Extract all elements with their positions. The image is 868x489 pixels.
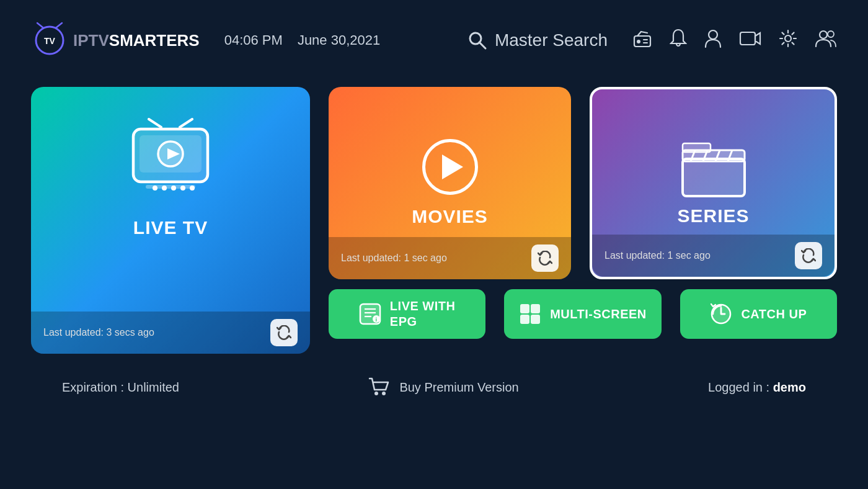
multi-screen-label: MULTI-SCREEN: [550, 307, 647, 321]
header: TV IPTVSMARTERS 04:06 PM June 30,2021 Ma…: [0, 0, 868, 81]
logged-in: Logged in : demo: [708, 380, 806, 395]
catch-up-card[interactable]: CATCH UP: [680, 289, 837, 339]
svg-point-14: [785, 35, 791, 42]
users-icon[interactable]: [815, 29, 837, 52]
time-display: 04:06 PM: [224, 32, 283, 48]
live-epg-label-line1: LIVE WITH: [390, 298, 456, 314]
datetime: 04:06 PM June 30,2021: [224, 32, 381, 48]
catchup-icon: [710, 303, 732, 325]
svg-rect-45: [531, 315, 540, 324]
svg-rect-13: [740, 32, 755, 45]
date-display: June 30,2021: [298, 32, 380, 48]
expiry-text: Expiration : Unlimited: [62, 380, 179, 395]
svg-point-16: [828, 31, 834, 37]
live-epg-label-line2: EPG: [390, 314, 417, 330]
search-button[interactable]: Master Search: [467, 30, 608, 50]
radio-icon[interactable]: [632, 29, 652, 53]
svg-point-47: [374, 392, 378, 395]
user-icon[interactable]: [704, 29, 722, 53]
series-label: SERIES: [677, 205, 749, 227]
refresh-icon: [277, 325, 291, 340]
catch-up-label: CATCH UP: [741, 307, 807, 321]
nav-icons: [632, 29, 837, 53]
multi-screen-card[interactable]: MULTI-SCREEN: [504, 289, 661, 339]
movies-refresh-icon: [538, 251, 552, 266]
live-tv-card[interactable]: LIVE TV Last updated: 3 secs ago: [31, 87, 310, 354]
bell-icon[interactable]: [670, 29, 687, 53]
series-footer: Last updated: 1 sec ago: [592, 235, 835, 277]
cart-icon: [368, 377, 391, 397]
live-tv-update: Last updated: 3 secs ago: [43, 327, 154, 338]
svg-line-2: [37, 23, 43, 28]
live-tv-footer: Last updated: 3 secs ago: [31, 312, 310, 354]
movies-play-icon: [422, 139, 478, 195]
svg-text:i: i: [375, 316, 377, 323]
search-icon: [467, 30, 487, 50]
logged-in-user: demo: [773, 380, 806, 394]
premium-label: Buy Premium Version: [399, 380, 518, 395]
svg-rect-42: [520, 304, 529, 313]
svg-point-12: [709, 30, 717, 39]
cards-row: LIVE TV Last updated: 3 secs ago: [31, 87, 837, 354]
svg-rect-43: [531, 304, 540, 313]
search-label: Master Search: [495, 30, 608, 50]
live-epg-card[interactable]: i LIVE WITH EPG: [329, 289, 485, 339]
movies-label: MOVIES: [412, 206, 488, 227]
series-update: Last updated: 1 sec ago: [604, 250, 711, 261]
svg-rect-29: [683, 159, 745, 196]
footer: Expiration : Unlimited Buy Premium Versi…: [0, 360, 868, 415]
svg-rect-28: [146, 185, 195, 189]
logo-area: TV IPTVSMARTERS: [31, 22, 200, 59]
movies-refresh-button[interactable]: [531, 244, 559, 272]
svg-line-3: [56, 23, 62, 28]
top-right-cards: MOVIES Last updated: 1 sec ago: [329, 87, 837, 279]
movies-card[interactable]: MOVIES Last updated: 1 sec ago: [329, 87, 571, 279]
premium-button[interactable]: Buy Premium Version: [368, 377, 518, 397]
main-content: LIVE TV Last updated: 3 secs ago: [0, 81, 868, 354]
svg-line-18: [180, 119, 192, 127]
svg-text:TV: TV: [44, 36, 56, 46]
movies-update: Last updated: 1 sec ago: [341, 253, 447, 264]
svg-line-5: [479, 42, 485, 48]
series-icon: [680, 140, 748, 199]
live-tv-refresh-button[interactable]: [270, 319, 298, 346]
svg-point-15: [820, 31, 827, 38]
movies-footer: Last updated: 1 sec ago: [329, 237, 571, 279]
settings-icon[interactable]: [779, 29, 797, 52]
svg-rect-44: [520, 315, 529, 324]
bottom-cards: i LIVE WITH EPG MULTI-SCREEN: [329, 289, 837, 339]
svg-point-48: [382, 392, 386, 395]
multi-screen-icon: [519, 303, 541, 325]
svg-point-9: [637, 40, 640, 43]
svg-line-8: [641, 32, 647, 33]
svg-rect-35: [683, 143, 711, 152]
live-tv-icon: [121, 118, 220, 205]
epg-icon: i: [359, 303, 381, 325]
record-icon[interactable]: [739, 30, 761, 52]
live-tv-label: LIVE TV: [133, 217, 208, 238]
series-refresh-button[interactable]: [795, 242, 822, 269]
logged-in-prefix: Logged in :: [708, 380, 773, 394]
series-card[interactable]: SERIES Last updated: 1 sec ago: [590, 87, 837, 279]
iptv-logo-icon: TV: [31, 22, 68, 59]
right-column: MOVIES Last updated: 1 sec ago: [329, 87, 837, 339]
svg-line-17: [149, 119, 161, 127]
series-refresh-icon: [801, 248, 816, 263]
svg-rect-6: [634, 36, 650, 47]
logo-text: IPTVSMARTERS: [73, 31, 200, 50]
